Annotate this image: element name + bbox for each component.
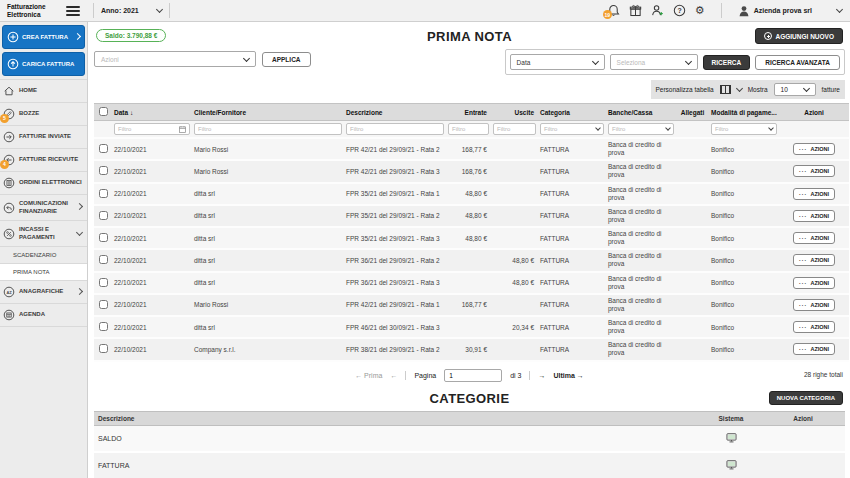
filter-entrate-input[interactable]: Filtro — [448, 123, 489, 135]
cell-entrate: 48,80 € — [446, 205, 491, 227]
chevron-down-icon — [76, 229, 83, 236]
filter-categoria-select[interactable]: Filtro — [540, 123, 604, 135]
row-azioni-button[interactable]: ···AZIONI — [793, 188, 835, 200]
cell-allegati — [676, 294, 709, 316]
last-page-link[interactable]: Ultima → — [553, 372, 583, 379]
filter-banche-select[interactable]: Filtro — [608, 123, 674, 135]
gear-icon[interactable]: ⚙ — [695, 5, 705, 16]
next-page-arrow[interactable]: → — [538, 372, 545, 379]
col-entrate[interactable]: Entrate — [446, 104, 491, 121]
ricerca-avanzata-button[interactable]: RICERCA AVANZATA — [755, 55, 840, 70]
row-azioni-button[interactable]: ···AZIONI — [793, 254, 835, 266]
row-azioni-button[interactable]: ···AZIONI — [793, 343, 835, 355]
actions-select[interactable]: Azioni — [94, 51, 256, 67]
row-azioni-button[interactable]: ···AZIONI — [793, 165, 835, 177]
cell-banca: Banca di credito di prova — [606, 160, 676, 182]
system-monitor-icon — [726, 460, 737, 470]
row-checkbox[interactable] — [99, 233, 108, 242]
row-checkbox[interactable] — [99, 278, 108, 287]
col-banche[interactable]: Banche/Cassa — [606, 104, 676, 121]
row-azioni-button[interactable]: ···AZIONI — [793, 232, 835, 244]
notifications-bell-icon[interactable]: 19 — [607, 4, 620, 17]
add-new-button[interactable]: AGGIUNGI NUOVO — [755, 28, 843, 44]
gift-icon[interactable] — [629, 4, 642, 17]
cell-categoria: FATTURA — [538, 294, 606, 316]
cell-entrate: 168,77 € — [446, 138, 491, 160]
row-checkbox[interactable] — [99, 189, 108, 198]
hamburger-menu-icon[interactable] — [66, 6, 80, 16]
sidebar-item-incassi-pagamenti[interactable]: INCASSI E PAGAMENTI — [0, 220, 87, 246]
row-azioni-button[interactable]: ···AZIONI — [793, 143, 835, 155]
ricerca-button[interactable]: RICERCA — [703, 55, 751, 70]
row-azioni-button[interactable]: ···AZIONI — [793, 210, 835, 222]
cell-descrizione: FPR 38/21 del 29/09/21 - Rata 2 — [344, 338, 446, 360]
cell-banca: Banca di credito di prova — [606, 294, 676, 316]
chevron-down-icon[interactable] — [736, 85, 743, 92]
filter-modalita-select[interactable]: Filtro — [711, 123, 777, 135]
row-checkbox[interactable] — [99, 144, 108, 153]
cell-allegati — [676, 227, 709, 249]
cell-banca: Banca di credito di prova — [606, 338, 676, 360]
col-allegati[interactable]: Allegati — [676, 104, 709, 121]
sidebar-item-bozze[interactable]: 5 BOZZE — [0, 102, 87, 125]
table-row: 22/10/2021 Company s.r.l. FPR 38/21 del … — [94, 338, 849, 360]
row-azioni-button[interactable]: ···AZIONI — [793, 277, 835, 289]
cell-banca: Banca di credito di prova — [606, 249, 676, 271]
sidebar-item-scadenzario[interactable]: SCADENZARIO — [0, 246, 87, 263]
page-number-input[interactable] — [444, 369, 502, 382]
sidebar-item-home[interactable]: HOME — [0, 79, 87, 102]
filter-cliente-input[interactable]: Filtro — [194, 123, 342, 135]
table-row: 22/10/2021 Mario Rossi FPR 42/21 del 29/… — [94, 294, 849, 316]
account-menu[interactable]: Azienda prova srl — [738, 5, 812, 17]
row-checkbox[interactable] — [99, 344, 108, 353]
row-checkbox[interactable] — [99, 166, 108, 175]
calendar-icon — [3, 309, 15, 321]
sidebar-item-fatture-inviate[interactable]: FATTURE INVIATE — [0, 125, 87, 148]
sidebar-item-anagrafiche[interactable]: AZ ANAGRAFICHE — [0, 280, 87, 303]
col-azioni[interactable]: Azioni — [779, 104, 849, 121]
filter-data-input[interactable]: Filtro — [114, 123, 190, 135]
search-panel: Data Seleziona RICERCA RICERCA AVANZATA — [505, 49, 845, 75]
col-cliente[interactable]: Cliente/Fornitore — [192, 104, 344, 121]
cell-banca: Banca di credito di prova — [606, 316, 676, 338]
page-size-select[interactable]: 10 — [774, 83, 816, 96]
sidebar-item-ordini-elettronici[interactable]: ORDINI ELETTRONICI — [0, 171, 87, 194]
chevron-right-icon — [74, 32, 81, 39]
col-uscite[interactable]: Uscite — [491, 104, 538, 121]
filter-descrizione-input[interactable]: Filtro — [346, 123, 444, 135]
row-checkbox[interactable] — [99, 255, 108, 264]
row-azioni-button[interactable]: ···AZIONI — [793, 299, 835, 311]
sidebar-item-prima-nota[interactable]: PRIMA NOTA — [0, 263, 87, 280]
help-icon[interactable]: ? — [673, 4, 686, 17]
add-user-icon[interactable] — [651, 4, 664, 17]
sidebar-item-carica-fattura[interactable]: CARICA FATTURA — [2, 52, 85, 76]
chevron-down-icon[interactable] — [836, 6, 843, 13]
row-azioni-button[interactable]: ···AZIONI — [793, 321, 835, 333]
cell-data: 22/10/2021 — [112, 183, 192, 205]
col-descrizione[interactable]: Descrizione — [344, 104, 446, 121]
new-category-button[interactable]: NUOVA CATEGORIA — [769, 391, 843, 405]
col-modalita[interactable]: Modalità di pagame... — [709, 104, 779, 121]
prev-page-arrow[interactable]: ← — [390, 372, 397, 379]
sidebar-item-crea-fattura[interactable]: CREA FATTURA — [2, 25, 85, 49]
select-all-checkbox[interactable] — [99, 107, 108, 116]
search-value-select[interactable]: Seleziona — [610, 54, 698, 70]
col-data[interactable]: Data ↓ — [112, 104, 192, 121]
year-select[interactable]: Anno: 2021 — [101, 7, 162, 14]
sidebar-item-comunicazioni-finanziarie[interactable]: COMUNICAZIONI FINANZIARIE — [0, 194, 87, 220]
search-field-select[interactable]: Data — [510, 54, 605, 70]
cell-modalita: Bonifico — [709, 338, 779, 360]
first-page-link[interactable]: ← Prima — [355, 372, 382, 379]
columns-icon[interactable] — [720, 85, 731, 94]
row-checkbox[interactable] — [99, 300, 108, 309]
cell-uscite — [491, 138, 538, 160]
row-checkbox[interactable] — [99, 211, 108, 220]
col-categoria[interactable]: Categoria — [538, 104, 606, 121]
sidebar-item-agenda[interactable]: AGENDA — [0, 303, 87, 326]
applica-button[interactable]: APPLICA — [262, 52, 311, 67]
system-monitor-icon — [726, 433, 737, 443]
sidebar-item-fatture-ricevute[interactable]: 4 FATTURE RICEVUTE — [0, 148, 87, 171]
filter-uscite-input[interactable]: Filtro — [493, 123, 536, 135]
main-header: Saldo: 3.790,88 € PRIMA NOTA AGGIUNGI NU… — [94, 22, 845, 48]
row-checkbox[interactable] — [99, 322, 108, 331]
